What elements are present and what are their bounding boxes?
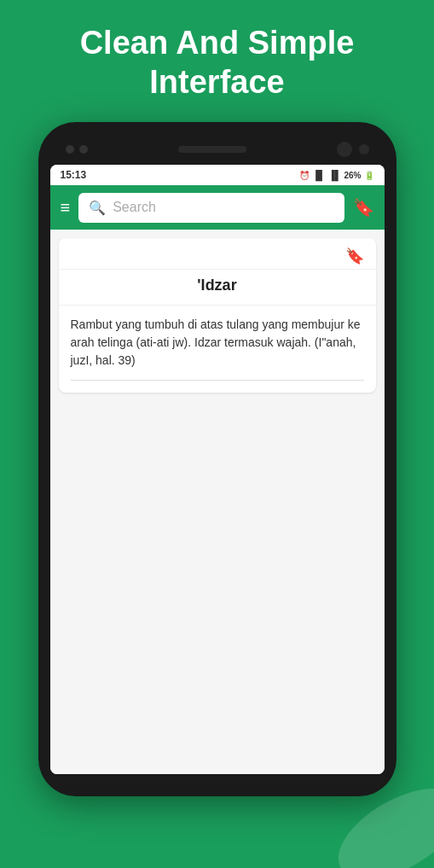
card-bookmark-icon[interactable]: 🔖 xyxy=(345,247,364,265)
status-bar: 15:13 ⏰ ▐▌ ▐▌ 26% 🔋 xyxy=(50,165,385,185)
svg-point-1 xyxy=(325,789,434,868)
speaker-bar xyxy=(178,146,246,153)
header-line1: Clean And Simple xyxy=(80,25,355,61)
status-time: 15:13 xyxy=(61,169,87,181)
phone-camera-row xyxy=(50,137,385,161)
hamburger-menu-icon[interactable]: ≡ xyxy=(61,198,71,218)
header-line2: Interface xyxy=(149,64,284,100)
svg-point-2 xyxy=(363,787,434,847)
phone-screen: 15:13 ⏰ ▐▌ ▐▌ 26% 🔋 ≡ 🔍 Search 🔖 xyxy=(50,165,385,774)
card-body: Rambut yang tumbuh di atas tulang yang m… xyxy=(59,306,376,393)
phone-mockup: 15:13 ⏰ ▐▌ ▐▌ 26% 🔋 ≡ 🔍 Search 🔖 xyxy=(38,122,396,796)
card-title: 'Idzar xyxy=(197,277,236,294)
signal-icon-2: ▐▌ xyxy=(328,170,342,180)
alarm-icon: ⏰ xyxy=(299,171,310,180)
card-header: 🔖 xyxy=(59,238,376,270)
app-bar: ≡ 🔍 Search 🔖 xyxy=(50,185,385,230)
search-box[interactable]: 🔍 Search xyxy=(78,193,344,223)
card-description: Rambut yang tumbuh di atas tulang yang m… xyxy=(71,316,364,370)
word-card: 🔖 'Idzar Rambut yang tumbuh di atas tula… xyxy=(59,238,376,393)
app-header-title: Clean And Simple Interface xyxy=(63,24,372,102)
search-icon: 🔍 xyxy=(89,200,106,216)
camera-dot-left xyxy=(66,145,74,154)
content-area: 🔖 'Idzar Rambut yang tumbuh di atas tula… xyxy=(50,230,385,774)
card-divider xyxy=(71,380,364,381)
camera-right-cluster xyxy=(337,142,369,157)
status-icons-group: ⏰ ▐▌ ▐▌ 26% 🔋 xyxy=(299,170,373,180)
signal-icon-1: ▐▌ xyxy=(312,170,326,180)
camera-dot-large xyxy=(337,142,352,157)
card-title-row: 'Idzar xyxy=(59,270,376,306)
camera-dot-middle xyxy=(79,145,88,154)
camera-dot-flash xyxy=(359,144,369,154)
search-placeholder-text: Search xyxy=(113,200,156,215)
bookmark-header-icon[interactable]: 🔖 xyxy=(353,197,374,218)
battery-percentage: 26% xyxy=(344,171,361,180)
battery-icon: 🔋 xyxy=(364,171,374,180)
